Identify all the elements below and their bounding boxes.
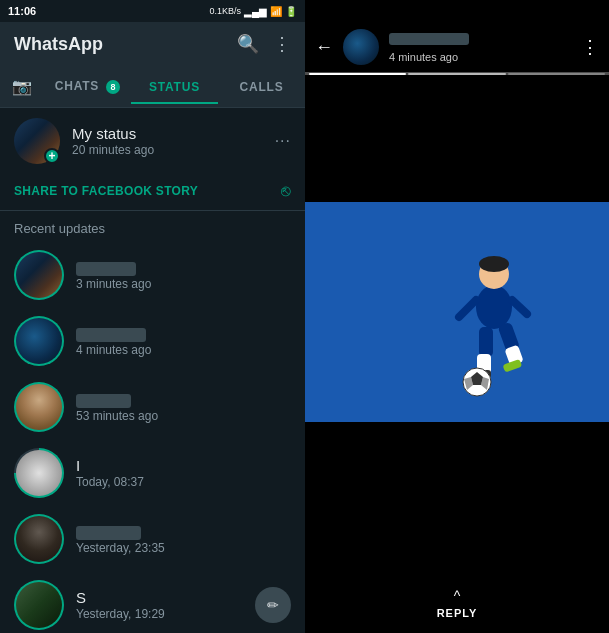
avatar-6 [16,582,62,628]
progress-segment-3 [508,73,605,75]
app-header: WhatsApp 🔍 ⋮ [0,22,305,66]
right-status-time: 4 minutes ago [389,51,571,63]
right-status-bar [305,0,609,22]
add-status-icon[interactable]: + [44,148,60,164]
svg-point-0 [476,285,512,329]
my-status-info: My status 20 minutes ago [72,125,263,157]
back-button[interactable]: ← [315,37,333,58]
status-content: + My status 20 minutes ago ··· SHARE TO … [0,108,305,633]
header-icons: 🔍 ⋮ [237,33,291,55]
app-title: WhatsApp [14,34,103,55]
signal-icon: ▂▄▆ [244,6,267,17]
avatar-5 [16,516,62,562]
battery-icon: 🔋 [285,6,297,17]
svg-line-4 [512,300,527,314]
right-header: ← 4 minutes ago ⋮ [305,22,609,72]
avatar-2 [16,318,62,364]
status-bar-icons: 0.1KB/s ▂▄▆ 📶 🔋 [209,6,297,17]
wifi-icon: 📶 [270,6,282,17]
avatar-ring-2 [14,316,64,366]
status-bar-time: 11:06 [8,5,36,17]
status-time-2: 4 minutes ago [76,343,291,357]
right-panel: ← 4 minutes ago ⋮ [305,0,609,633]
avatar-ring-1 [14,250,64,300]
contact-name-3 [76,394,131,408]
tab-status[interactable]: STATUS [131,70,218,104]
my-status-name: My status [72,125,263,142]
right-contact-name [389,33,469,45]
svg-rect-5 [479,327,493,357]
reply-label: REPLY [437,607,478,619]
avatar-ring-4 [14,448,64,498]
avatar-4 [16,450,62,496]
tabs-bar: 📷 CHATS 8 STATUS CALLS [0,66,305,108]
svg-line-3 [459,300,476,317]
status-progress-bars [305,72,609,75]
facebook-share-text: SHARE TO FACEBOOK STORY [14,184,198,198]
contact-name-1 [76,262,136,276]
status-time-6: Yesterday, 19:29 [76,607,243,621]
network-icon: 0.1KB/s [209,6,241,16]
left-panel: 11:06 0.1KB/s ▂▄▆ 📶 🔋 WhatsApp 🔍 ⋮ 📷 CHA… [0,0,305,633]
contact-name-4: I [76,457,291,474]
status-bar: 11:06 0.1KB/s ▂▄▆ 📶 🔋 [0,0,305,22]
status-time-4: Today, 08:37 [76,475,291,489]
status-time-3: 53 minutes ago [76,409,291,423]
avatar-3 [16,384,62,430]
status-item-1[interactable]: 3 minutes ago [0,242,305,308]
reply-area[interactable]: ^ REPLY [305,579,609,633]
status-item-6[interactable]: S Yesterday, 19:29 ✏ [0,572,305,633]
avatar-ring-6 [14,580,64,630]
my-status-item[interactable]: + My status 20 minutes ago ··· [0,108,305,174]
more-options-icon[interactable]: ⋮ [273,33,291,55]
tab-chats[interactable]: CHATS 8 [44,69,131,104]
svg-point-2 [479,256,509,272]
right-contact-avatar [343,29,379,65]
my-status-avatar-container: + [14,118,60,164]
status-item-4[interactable]: I Today, 08:37 [0,440,305,506]
right-more-options-icon[interactable]: ⋮ [581,36,599,58]
my-status-more-button[interactable]: ··· [275,132,291,150]
contact-name-2 [76,328,146,342]
facebook-share-row[interactable]: SHARE TO FACEBOOK STORY ⎋ [0,174,305,211]
progress-segment-2 [408,73,505,75]
status-image-area [305,202,609,422]
progress-segment-1 [309,73,406,75]
tab-calls[interactable]: CALLS [218,70,305,104]
status-time-1: 3 minutes ago [76,277,291,291]
status-item-3[interactable]: 53 minutes ago [0,374,305,440]
chats-badge: 8 [106,80,120,94]
avatar-ring-3 [14,382,64,432]
my-status-time: 20 minutes ago [72,143,263,157]
contact-name-6: S [76,589,243,606]
contact-name-5 [76,526,141,540]
search-icon[interactable]: 🔍 [237,33,259,55]
recent-updates-title: Recent updates [0,211,305,242]
status-item-5[interactable]: Yesterday, 23:35 [0,506,305,572]
reply-chevron-icon: ^ [454,589,461,603]
status-black-top [305,72,609,202]
avatar-1 [16,252,62,298]
status-item-2[interactable]: 4 minutes ago [0,308,305,374]
status-time-5: Yesterday, 23:35 [76,541,291,555]
soccer-player-image [409,222,569,422]
text-status-button[interactable]: ✏ [255,587,291,623]
share-icon[interactable]: ⎋ [281,182,291,200]
avatar-ring-5 [14,514,64,564]
camera-tab-icon[interactable]: 📷 [0,77,44,96]
